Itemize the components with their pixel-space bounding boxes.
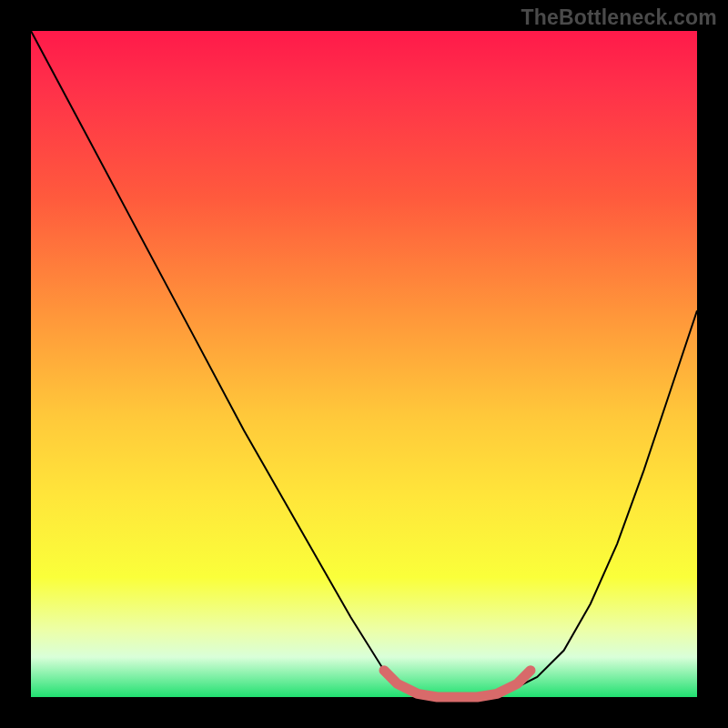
watermark-text: TheBottleneck.com — [521, 5, 717, 30]
plot-area — [31, 31, 697, 697]
bottleneck-curve — [31, 31, 697, 697]
chart-frame: TheBottleneck.com — [0, 0, 728, 728]
optimal-range — [384, 671, 531, 697]
curve-layer — [31, 31, 697, 697]
